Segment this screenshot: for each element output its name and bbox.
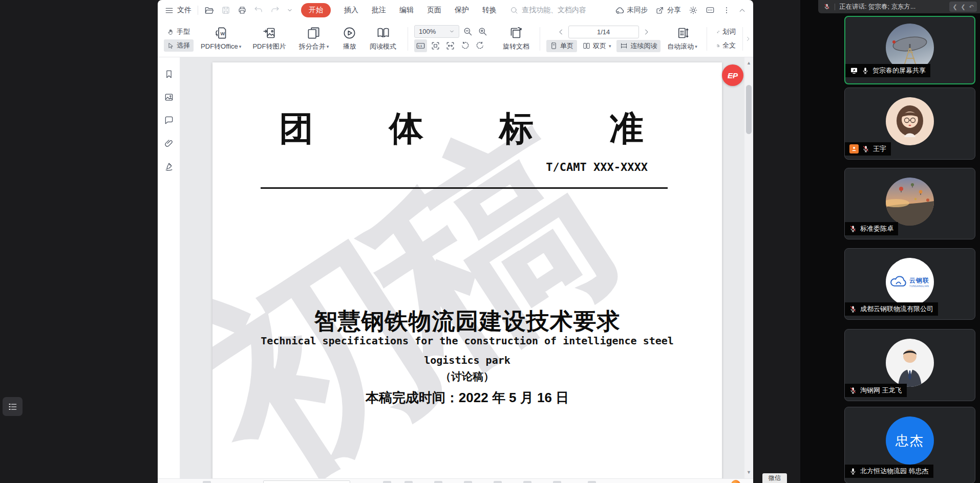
status-icon[interactable] xyxy=(523,481,531,483)
thumbnails-panel-button[interactable] xyxy=(164,92,174,102)
search-icon xyxy=(510,6,518,14)
previous-page-button[interactable] xyxy=(556,27,566,37)
rotate-left-button[interactable] xyxy=(459,39,472,52)
status-page-input[interactable] xyxy=(263,480,350,483)
toolbar-expander[interactable] xyxy=(742,27,753,51)
play-button[interactable]: 播放 xyxy=(337,25,361,52)
tab-protect[interactable]: 保护 xyxy=(455,6,469,15)
subtitle-english-line2: logistics park xyxy=(212,354,722,366)
save-button[interactable] xyxy=(221,6,230,15)
status-icon[interactable] xyxy=(383,481,391,483)
rotate-document-button[interactable]: 旋转文档 xyxy=(499,25,534,52)
participant-tile[interactable]: 贺宗春的屏幕共享 xyxy=(844,16,975,84)
file-menu-button[interactable]: 文件 xyxy=(165,6,191,15)
scroll-down-arrow[interactable]: ▼ xyxy=(747,470,751,475)
participant-tile[interactable]: 标准委陈卓 xyxy=(844,168,975,239)
full-translate-button[interactable]: a 全文 xyxy=(713,39,739,52)
status-icon[interactable] xyxy=(588,481,596,483)
zoom-out-button[interactable] xyxy=(461,25,474,38)
pdf-to-image-icon xyxy=(262,26,276,40)
status-icon[interactable] xyxy=(203,481,211,483)
subtitle-english-line1: Technical specifications for the constru… xyxy=(212,335,722,347)
actual-size-button[interactable]: 1:1 xyxy=(414,39,427,52)
cloud-logo-icon xyxy=(890,275,908,289)
scroll-up-arrow[interactable]: ▲ xyxy=(747,61,751,65)
status-icon[interactable] xyxy=(464,481,472,483)
bookmarks-panel-button[interactable] xyxy=(164,69,174,79)
attachments-panel-button[interactable] xyxy=(164,138,174,148)
tab-home[interactable]: 开始 xyxy=(301,3,331,17)
document-scrollbar[interactable]: ▲ ▼ xyxy=(744,57,753,478)
tab-page[interactable]: 页面 xyxy=(427,6,441,15)
document-viewport[interactable]: 初稿 团 体 标 准 T/CAMT XXX-XXXX 智慧钢铁物流园建设技术要求… xyxy=(180,57,753,478)
wechat-taskbar-chip[interactable]: 微信 xyxy=(762,473,787,483)
chevron-left-icon xyxy=(557,28,565,36)
avatar-initials-text: 忠杰 xyxy=(896,432,924,450)
continuous-reading-button[interactable]: 连续阅读 xyxy=(616,40,661,52)
word-translate-button[interactable]: a 划词 xyxy=(713,26,739,38)
zoom-in-button[interactable] xyxy=(476,25,489,38)
more-menu-button[interactable] xyxy=(722,6,731,14)
double-page-button[interactable]: 双页▾ xyxy=(579,40,615,52)
mic-on-icon xyxy=(849,468,857,475)
settings-button[interactable] xyxy=(689,6,698,15)
comment-icon xyxy=(164,115,174,125)
participant-name: 北方恒达物流园 韩忠杰 xyxy=(860,467,929,476)
participant-tile[interactable]: 淘钢网 王龙飞 xyxy=(844,329,975,401)
print-button[interactable] xyxy=(238,6,247,15)
select-tool-button[interactable]: 选择 xyxy=(164,39,194,52)
search-input[interactable]: 查找功能、文档内容 xyxy=(510,6,586,15)
continuous-icon xyxy=(620,42,628,50)
split-merge-button[interactable]: 拆分合并▾ xyxy=(293,25,334,52)
next-page-button[interactable] xyxy=(641,27,652,37)
feedback-button[interactable] xyxy=(706,6,715,15)
outline-panel-button[interactable] xyxy=(3,397,23,416)
avatar-yunganglian-logo: 云钢联 YUNGANGLIAN xyxy=(886,258,934,306)
scrollbar-thumb[interactable] xyxy=(746,85,752,134)
status-icon[interactable] xyxy=(404,481,413,483)
comment-bubble-icon xyxy=(706,6,715,15)
status-icon[interactable] xyxy=(553,481,561,483)
rotate-right-button[interactable] xyxy=(474,39,486,52)
zoom-level-dropdown[interactable]: 100% xyxy=(414,25,459,38)
fit-width-button[interactable] xyxy=(444,39,457,52)
caret-down: ▾ xyxy=(327,44,329,49)
cursor-icon xyxy=(167,42,174,50)
sync-status-button[interactable]: 未同步 xyxy=(615,6,648,15)
standard-code: T/CAMT XXX-XXXX xyxy=(546,161,648,173)
tab-edit[interactable]: 编辑 xyxy=(399,6,414,15)
redo-button[interactable] xyxy=(270,6,280,15)
page-indicator-input[interactable]: 1/14 xyxy=(568,26,639,38)
tab-convert[interactable]: 转换 xyxy=(482,6,497,15)
svg-text:1:1: 1:1 xyxy=(418,45,422,48)
open-file-button[interactable] xyxy=(204,6,214,15)
collapse-ribbon-button[interactable] xyxy=(738,7,746,14)
sidebar-control-restore[interactable]: ↶ xyxy=(966,2,977,12)
caret-down: ▾ xyxy=(695,44,697,49)
status-icon[interactable] xyxy=(494,481,502,483)
share-button[interactable]: 分享 xyxy=(655,6,681,15)
undo-button[interactable] xyxy=(254,6,263,15)
pdf-to-image-button[interactable]: PDF转图片 xyxy=(248,25,290,52)
participant-tile[interactable]: 忠杰 北方恒达物流园 韩忠杰 xyxy=(844,407,975,483)
participant-tile[interactable]: 王宇 xyxy=(844,87,975,160)
signature-panel-button[interactable] xyxy=(164,161,174,171)
speaking-status-text: 正在讲话: 贺宗春; 京东方... xyxy=(839,3,915,11)
pdf-to-office-button[interactable]: W PDF转Office▾ xyxy=(197,25,245,52)
more-tools-dropdown[interactable] xyxy=(287,7,293,13)
reading-mode-button[interactable]: 阅读模式 xyxy=(365,25,401,52)
e-stamp-badge[interactable]: EP xyxy=(722,64,743,86)
status-icon[interactable] xyxy=(434,481,442,483)
auto-scroll-button[interactable]: 自动滚动▾ xyxy=(664,25,700,52)
tab-insert[interactable]: 插入 xyxy=(344,6,358,15)
comments-panel-button[interactable] xyxy=(164,115,174,125)
fit-page-button[interactable] xyxy=(429,39,442,52)
participant-tile[interactable]: 云钢联 YUNGANGLIAN 成都云钢联物流有限公司 xyxy=(844,248,975,320)
tab-comment[interactable]: 批注 xyxy=(372,6,386,15)
app-logo-badge xyxy=(731,480,740,483)
bookmark-icon xyxy=(164,69,174,79)
single-page-button[interactable]: 单页 xyxy=(546,40,577,52)
word-translate-icon: a xyxy=(717,28,720,36)
horizontal-rule xyxy=(261,187,668,189)
hand-tool-button[interactable]: 手型 xyxy=(164,26,194,38)
